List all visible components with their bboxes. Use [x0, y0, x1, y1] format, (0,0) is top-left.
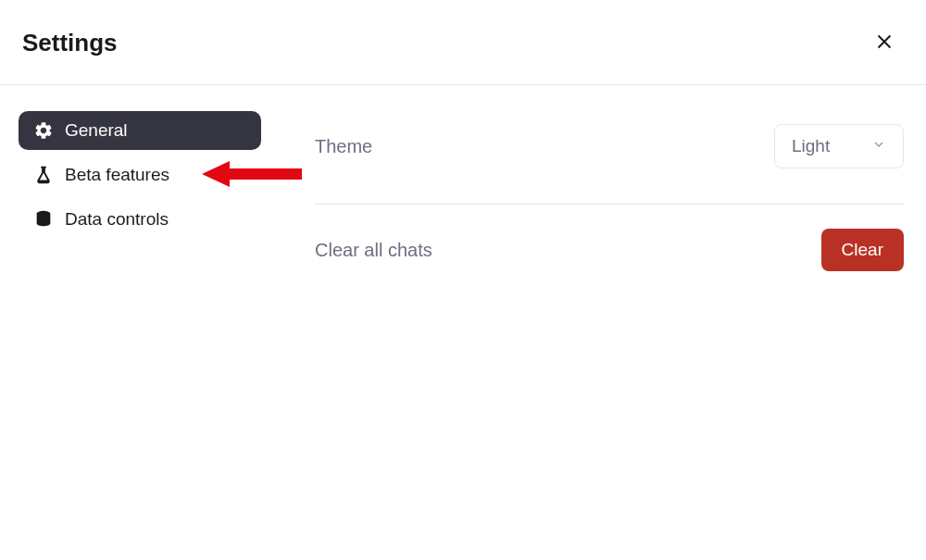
- sidebar-item-label: Beta features: [65, 165, 169, 185]
- flask-icon: [33, 165, 54, 185]
- theme-setting-row: Theme Light: [315, 111, 904, 181]
- page-title: Settings: [22, 29, 118, 57]
- gear-icon: [33, 120, 54, 141]
- settings-main: Theme Light Clear all chats Clear: [278, 111, 904, 284]
- database-icon: [33, 209, 54, 230]
- clear-button[interactable]: Clear: [821, 229, 904, 271]
- clear-chats-label: Clear all chats: [315, 240, 432, 261]
- clear-chats-setting-row: Clear all chats Clear: [315, 204, 904, 284]
- settings-content: General Beta features Data controls: [0, 85, 926, 306]
- settings-header: Settings: [0, 0, 926, 85]
- theme-label: Theme: [315, 136, 372, 157]
- sidebar-item-beta-features[interactable]: Beta features: [19, 156, 261, 194]
- sidebar-item-label: Data controls: [65, 209, 169, 230]
- sidebar-item-label: General: [65, 120, 128, 141]
- close-icon: [874, 31, 895, 55]
- theme-select[interactable]: Light: [774, 124, 904, 168]
- sidebar-item-data-controls[interactable]: Data controls: [19, 200, 261, 239]
- close-button[interactable]: [870, 28, 898, 58]
- settings-sidebar: General Beta features Data controls: [19, 111, 278, 284]
- sidebar-item-general[interactable]: General: [19, 111, 261, 150]
- theme-selected-value: Light: [792, 136, 830, 156]
- chevron-down-icon: [871, 136, 886, 156]
